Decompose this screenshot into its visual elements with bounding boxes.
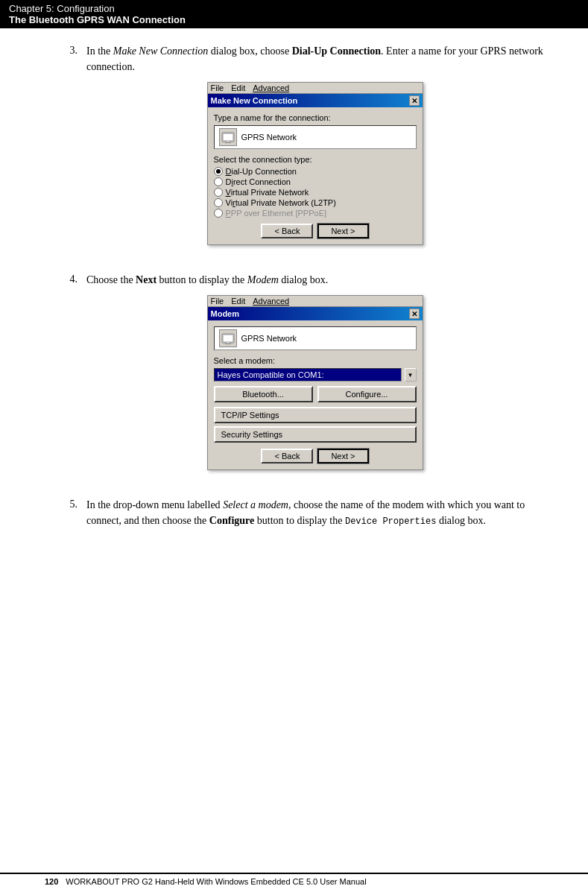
radio-vpn-circle[interactable] [214, 188, 223, 197]
dialog-menubar-1: File Edit Advanced [208, 83, 423, 94]
dialog-title-2: Modem [211, 309, 240, 318]
dialog-titlebar-1: Make New Connection ✕ [208, 94, 423, 107]
dialog-btns-2: < Back Next > [214, 449, 417, 464]
modem-dropdown[interactable]: Hayes Compatible on COM1: [214, 368, 402, 382]
dropdown-arrow-icon[interactable]: ▼ [405, 368, 417, 382]
list-item-4: 4. Choose the Next button to display the… [60, 272, 543, 484]
dialog-wrapper-1: File Edit Advanced Make New Connection ✕… [86, 82, 543, 245]
chapter-header: Chapter 5: Configuration The Bluetooth G… [0, 0, 588, 28]
item-body-4: Choose the Next button to display the Mo… [86, 272, 543, 484]
back-button-2[interactable]: < Back [261, 449, 313, 464]
radio-pppoe-circle[interactable] [214, 209, 223, 218]
item-num-4: 4. [60, 272, 78, 484]
bluetooth-configure-row: Bluetooth... Configure... [214, 386, 417, 402]
svg-rect-1 [224, 134, 233, 140]
svg-rect-3 [225, 142, 231, 143]
back-button-1[interactable]: < Back [261, 224, 313, 238]
dialog-menubar-2: File Edit Advanced [208, 296, 423, 307]
close-button-2[interactable]: ✕ [409, 309, 420, 319]
radio-direct[interactable]: Direct Connection [214, 177, 417, 186]
modem-icon-text: GPRS Network [241, 334, 297, 343]
dialog-title-1: Make New Connection [211, 96, 298, 105]
item-3-text: In the Make New Connection dialog box, c… [86, 43, 543, 75]
page-number: 120 [45, 877, 58, 886]
list-item-5: 5. In the drop-down menu labelled Select… [60, 497, 543, 536]
security-settings-button[interactable]: Security Settings [214, 426, 417, 443]
radio-vpn-label: Virtual Private Network [226, 188, 309, 197]
dialog-body-2: GPRS Network Select a modem: Hayes Compa… [208, 320, 423, 469]
radio-vpn[interactable]: Virtual Private Network [214, 188, 417, 197]
dialog-wrapper-2: File Edit Advanced Modem ✕ [86, 295, 543, 470]
modem-dialog: File Edit Advanced Modem ✕ [207, 295, 423, 470]
item-num-5: 5. [60, 497, 78, 536]
radio-dialup-circle[interactable] [214, 167, 223, 176]
svg-rect-6 [227, 341, 230, 344]
radio-dialup-label: Dial-Up Connection [226, 167, 297, 176]
modem-icon [219, 329, 237, 347]
item-body-5: In the drop-down menu labelled Select a … [86, 497, 543, 536]
menu-file-2[interactable]: File [211, 297, 224, 306]
type-label-1: Select the connection type: [214, 155, 417, 164]
svg-rect-5 [224, 335, 233, 341]
chapter-line1: Chapter 5: Configuration [9, 3, 579, 14]
menu-edit-1[interactable]: Edit [231, 83, 245, 92]
radio-vpn-l2tp[interactable]: Virtual Private Network (L2TP) [214, 198, 417, 207]
menu-advanced-2[interactable]: Advanced [253, 297, 289, 306]
dialog-body-1: Type a name for the connection: G [208, 107, 423, 244]
svg-rect-7 [225, 344, 231, 344]
page-footer: 120 WORKABOUT PRO G2 Hand-Held With Wind… [0, 873, 588, 889]
radio-group-1: Dial-Up Connection Direct Connection Vir… [214, 167, 417, 218]
item-5-text: In the drop-down menu labelled Select a … [86, 497, 543, 528]
modem-icon-row: GPRS Network [214, 326, 417, 350]
menu-edit-2[interactable]: Edit [231, 297, 245, 306]
radio-direct-circle[interactable] [214, 177, 223, 186]
radio-vpn-l2tp-circle[interactable] [214, 198, 223, 207]
dialog-titlebar-2: Modem ✕ [208, 307, 423, 320]
name-value-1: GPRS Network [241, 133, 297, 142]
item-body-3: In the Make New Connection dialog box, c… [86, 43, 543, 259]
dialog-btns-1: < Back Next > [214, 224, 417, 238]
next-button-1[interactable]: Next > [317, 224, 368, 238]
radio-pppoe[interactable]: PPP over Ethernet [PPPoE] [214, 209, 417, 218]
chapter-line2: The Bluetooth GPRS WAN Connection [9, 14, 579, 25]
radio-vpn-l2tp-label: Virtual Private Network (L2TP) [226, 198, 336, 207]
next-button-2[interactable]: Next > [317, 449, 368, 464]
security-label: Security Settings [221, 430, 283, 439]
close-button-1[interactable]: ✕ [409, 95, 420, 106]
name-label-1: Type a name for the connection: [214, 113, 417, 122]
radio-dialup[interactable]: Dial-Up Connection [214, 167, 417, 176]
tcpip-label: TCP/IP Settings [221, 411, 279, 420]
name-input-row: GPRS Network [214, 125, 417, 149]
modem-value: Hayes Compatible on COM1: [218, 370, 324, 379]
item-4-text: Choose the Next button to display the Mo… [86, 272, 543, 288]
list-item-3: 3. In the Make New Connection dialog box… [60, 43, 543, 259]
bluetooth-button[interactable]: Bluetooth... [214, 386, 313, 402]
radio-direct-label: Direct Connection [226, 177, 291, 186]
item-num-3: 3. [60, 43, 78, 259]
svg-rect-2 [227, 140, 230, 142]
modem-dropdown-row: Hayes Compatible on COM1: ▼ [214, 368, 417, 382]
make-new-connection-dialog: File Edit Advanced Make New Connection ✕… [207, 82, 423, 245]
footer-text: WORKABOUT PRO G2 Hand-Held With Windows … [66, 877, 366, 886]
tcpip-settings-button[interactable]: TCP/IP Settings [214, 407, 417, 423]
page-content: 3. In the Make New Connection dialog box… [0, 28, 588, 564]
connection-icon-1 [219, 128, 237, 146]
radio-pppoe-label: PPP over Ethernet [PPPoE] [226, 209, 327, 218]
configure-button[interactable]: Configure... [317, 386, 417, 402]
menu-file-1[interactable]: File [211, 83, 224, 92]
menu-advanced-1[interactable]: Advanced [253, 83, 289, 92]
modem-label: Select a modem: [214, 356, 417, 365]
